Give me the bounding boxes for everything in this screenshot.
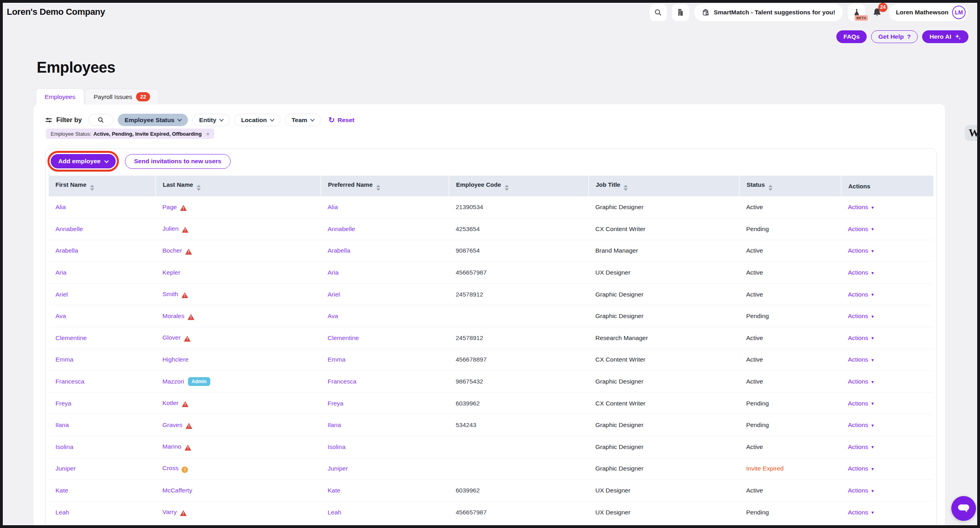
warning-icon: [184, 445, 191, 451]
first-name-link[interactable]: Clementine: [55, 334, 87, 341]
row-actions-button[interactable]: Actions▾: [848, 334, 874, 342]
warning-icon: [182, 292, 188, 298]
reset-icon: ↻: [328, 116, 335, 124]
first-name-link[interactable]: Ariel: [55, 291, 68, 298]
last-name-link[interactable]: Morales: [162, 312, 184, 319]
row-actions-button[interactable]: Actions▾: [848, 312, 874, 320]
row-actions-button[interactable]: Actions▾: [848, 291, 874, 298]
first-name-link[interactable]: Kate: [55, 487, 68, 494]
last-name-link[interactable]: Mazzori: [162, 378, 184, 385]
preferred-name-link[interactable]: Ava: [328, 312, 338, 319]
last-name-link[interactable]: Highclere: [162, 356, 188, 363]
last-name-link[interactable]: Kotler: [162, 399, 179, 406]
preferred-name-link[interactable]: Arabella: [328, 247, 350, 254]
last-name-link[interactable]: Marino: [162, 443, 181, 450]
preferred-name-link[interactable]: Clementine: [328, 334, 359, 341]
row-actions-button[interactable]: Actions▾: [848, 443, 874, 451]
column-header-employee-code[interactable]: Employee Code: [449, 176, 589, 196]
row-actions-button[interactable]: Actions▾: [848, 247, 874, 254]
notifications-button[interactable]: 24: [870, 4, 884, 21]
last-name-link[interactable]: Smith: [162, 291, 178, 297]
column-header-preferred-name[interactable]: Preferred Name: [321, 176, 449, 196]
column-header-last-name[interactable]: Last Name: [156, 176, 321, 196]
remove-filter-icon[interactable]: ×: [206, 131, 209, 137]
row-actions-button[interactable]: Actions▾: [848, 465, 874, 472]
preferred-name-link[interactable]: Juniper: [328, 465, 348, 472]
organisation-button[interactable]: [672, 4, 689, 21]
last-name-link[interactable]: Glover: [162, 334, 181, 341]
filter-dropdowns: Employee StatusEntityLocationTeam: [118, 114, 321, 126]
last-name-link[interactable]: Kepler: [162, 269, 180, 276]
column-header-job-title[interactable]: Job Title: [589, 176, 739, 196]
first-name-link[interactable]: Ilana: [55, 421, 69, 428]
tab-payroll-issues[interactable]: Payroll Issues22: [85, 89, 159, 105]
row-actions-button[interactable]: Actions▾: [848, 269, 874, 276]
tab-employees[interactable]: Employees: [36, 89, 84, 105]
table-row: ClementineGloverClementine24578912Resear…: [49, 327, 933, 349]
preferred-name-link[interactable]: Aria: [328, 269, 339, 276]
first-name-link[interactable]: Arabella: [55, 247, 78, 254]
chat-widget-button[interactable]: [951, 496, 976, 521]
caret-down-icon: ▾: [871, 205, 874, 210]
filter-search-button[interactable]: [88, 114, 113, 126]
preferred-name-link[interactable]: Isolina: [328, 443, 346, 450]
w-side-widget[interactable]: W: [965, 125, 980, 141]
actions-cell: Actions▾: [841, 327, 933, 349]
row-actions-button[interactable]: Actions▾: [848, 400, 874, 407]
filter-dropdown-entity[interactable]: Entity: [192, 114, 230, 126]
preferred-name-link[interactable]: Ilana: [328, 421, 341, 428]
smartmatch-banner[interactable]: SmartMatch - Talent suggestions for you!: [694, 4, 843, 21]
preferred-name-link[interactable]: Ariel: [328, 291, 340, 298]
column-header-status[interactable]: Status: [739, 176, 841, 196]
column-header-first-name[interactable]: First Name: [49, 176, 156, 196]
first-name-link[interactable]: Francesca: [55, 378, 84, 385]
row-actions-button[interactable]: Actions▾: [848, 356, 874, 363]
row-actions-button[interactable]: Actions▾: [848, 421, 874, 429]
add-employee-button[interactable]: Add employee: [51, 154, 116, 168]
row-actions-button[interactable]: Actions▾: [848, 509, 874, 516]
preferred-name-link[interactable]: Francesca: [328, 378, 356, 385]
hero-ai-button[interactable]: Hero AI: [922, 30, 968, 43]
beta-features-button[interactable]: BETA: [848, 4, 865, 21]
preferred-name-link[interactable]: Leah: [328, 509, 341, 516]
first-name-link[interactable]: Isolina: [55, 443, 73, 450]
send-invitations-button[interactable]: Send invitations to new users: [125, 154, 231, 169]
first-name-link[interactable]: Ava: [55, 312, 66, 319]
last-name-link[interactable]: Graves: [162, 421, 182, 428]
row-actions-button[interactable]: Actions▾: [848, 225, 874, 233]
preferred-name-link[interactable]: Annabelle: [328, 225, 355, 232]
user-menu[interactable]: Loren Mathewson LM: [889, 4, 968, 21]
faqs-button[interactable]: FAQs: [836, 30, 867, 43]
row-actions-button[interactable]: Actions▾: [848, 204, 874, 211]
job-title: Graphic Designer: [595, 378, 644, 385]
last-name-link[interactable]: Bocher: [162, 247, 182, 254]
first-name-link[interactable]: Annabelle: [55, 225, 83, 232]
first-name-link[interactable]: Leah: [55, 509, 69, 516]
first-name-link[interactable]: Juniper: [55, 465, 76, 472]
row-actions-button[interactable]: Actions▾: [848, 487, 874, 494]
preferred-name-link[interactable]: Kate: [328, 487, 340, 494]
last-name-link[interactable]: Julien: [162, 225, 179, 232]
hero-ai-label: Hero AI: [929, 33, 951, 40]
job-title: Graphic Designer: [595, 204, 644, 210]
last-name-link[interactable]: Cross: [162, 465, 178, 471]
first-name-link[interactable]: Freya: [55, 400, 71, 407]
last-name-link[interactable]: McCafferty: [162, 487, 192, 494]
filter-dropdown-location[interactable]: Location: [234, 114, 281, 126]
reset-filters-button[interactable]: ↻ Reset: [328, 116, 354, 124]
preferred-name-link[interactable]: Alia: [328, 204, 338, 210]
preferred-name-link[interactable]: Emma: [328, 356, 346, 363]
row-actions-label: Actions: [848, 312, 868, 320]
filter-dropdown-employee-status[interactable]: Employee Status: [118, 114, 188, 126]
last-name-link[interactable]: Varry: [162, 508, 177, 515]
first-name-link[interactable]: Alia: [55, 204, 66, 210]
row-actions-label: Actions: [848, 225, 868, 233]
first-name-link[interactable]: Aria: [55, 269, 67, 276]
search-button[interactable]: [650, 4, 667, 21]
preferred-name-link[interactable]: Freya: [328, 400, 344, 407]
get-help-button[interactable]: Get Help ?: [871, 30, 918, 43]
last-name-link[interactable]: Page: [162, 204, 177, 210]
filter-dropdown-team[interactable]: Team: [285, 114, 321, 126]
first-name-link[interactable]: Emma: [55, 356, 73, 363]
row-actions-button[interactable]: Actions▾: [848, 378, 874, 385]
